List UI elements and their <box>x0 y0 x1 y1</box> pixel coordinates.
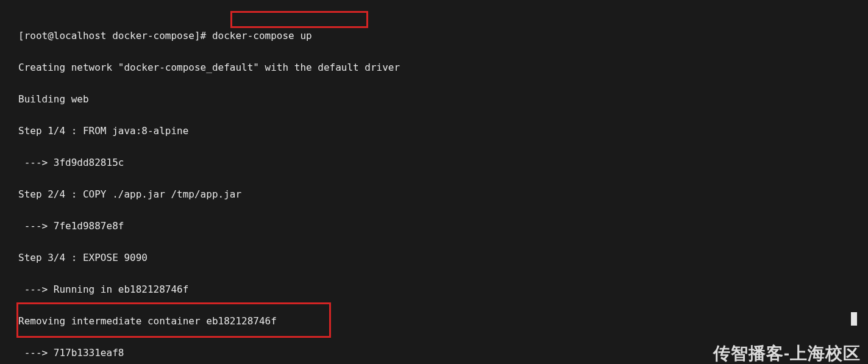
output-line: ---> 717b1331eaf8 <box>18 345 850 361</box>
prompt-line: [root@localhost docker-compose]# docker-… <box>18 28 850 44</box>
output-line: Creating network "docker-compose_default… <box>18 60 850 76</box>
terminal-output[interactable]: [root@localhost docker-compose]# docker-… <box>0 0 868 364</box>
output-line: ---> 3fd9dd82815c <box>18 155 850 171</box>
output-line: Building web <box>18 91 850 107</box>
text-cursor <box>851 312 857 326</box>
output-line: Step 3/4 : EXPOSE 9090 <box>18 250 850 266</box>
output-line: Removing intermediate container eb182128… <box>18 313 850 329</box>
output-line: Step 1/4 : FROM java:8-alpine <box>18 123 850 139</box>
output-line: Step 2/4 : COPY ./app.jar /tmp/app.jar <box>18 187 850 202</box>
output-line: ---> 7fe1d9887e8f <box>18 218 850 234</box>
typed-command: docker-compose up <box>212 30 312 41</box>
shell-prompt: [root@localhost docker-compose]# <box>18 30 212 41</box>
output-line: ---> Running in eb182128746f <box>18 282 850 298</box>
